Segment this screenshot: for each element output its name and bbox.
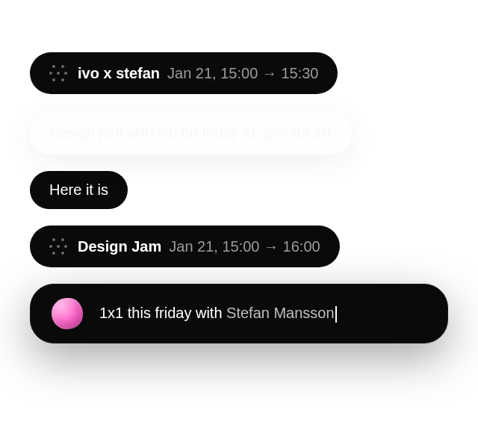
assistant-blob-icon <box>52 298 83 329</box>
grip-dots-icon <box>49 64 67 82</box>
command-input-text[interactable]: 1x1 this friday with Stefan Mansson <box>99 305 337 323</box>
reply-bubble: Here it is <box>30 171 128 209</box>
text-cursor <box>335 306 337 323</box>
event-bubble-2: Design Jam Jan 21, 15:00 → 16:00 <box>30 225 340 267</box>
event-2-content: Design Jam Jan 21, 15:00 → 16:00 <box>78 238 320 255</box>
event-1-title: ivo x stefan <box>78 65 160 82</box>
event-2-end: 16:00 <box>283 238 320 255</box>
arrow-icon: → <box>262 65 277 81</box>
event-2-title: Design Jam <box>78 238 161 255</box>
grip-dots-icon <box>49 237 67 255</box>
reply-text: Here it is <box>49 181 108 198</box>
event-1-end: 15:30 <box>281 65 318 81</box>
event-2-time: Jan 21, 15:00 → 16:00 <box>169 238 320 255</box>
faint-message-bubble: design jam with ivo on friday at 3pm for… <box>30 111 352 155</box>
event-2-date: Jan 21, 15:00 <box>169 238 259 255</box>
command-input[interactable]: 1x1 this friday with Stefan Mansson <box>30 284 448 343</box>
event-1-date: Jan 21, 15:00 <box>167 65 258 81</box>
event-1-time: Jan 21, 15:00 → 15:30 <box>167 65 318 82</box>
faint-message-text: design jam with ivo on friday at 3pm for… <box>51 124 331 141</box>
event-1-content: ivo x stefan Jan 21, 15:00 → 15:30 <box>78 65 318 82</box>
input-prefix: 1x1 this friday with <box>99 305 226 321</box>
arrow-icon: → <box>264 238 279 255</box>
event-bubble-1: ivo x stefan Jan 21, 15:00 → 15:30 <box>30 52 338 94</box>
input-highlight: Stefan Mansson <box>226 305 335 321</box>
